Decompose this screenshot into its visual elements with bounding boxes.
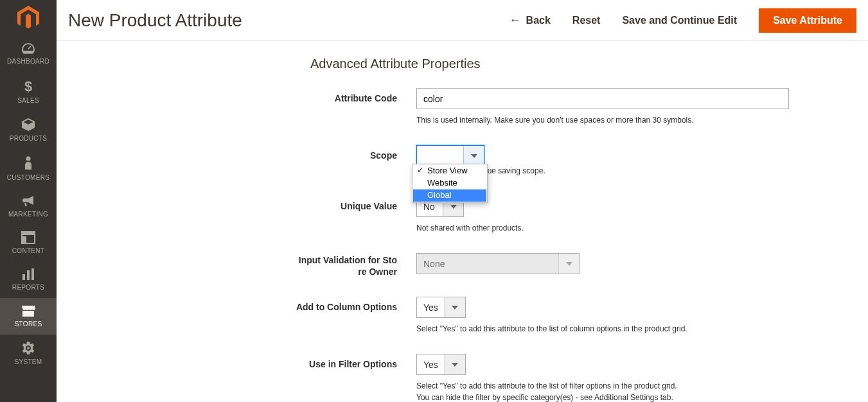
add-column-label: Add to Column Options	[82, 297, 416, 312]
scope-option-website[interactable]: Website	[413, 177, 486, 189]
unique-value-label: Unique Value	[82, 196, 416, 211]
sidebar-item-marketing[interactable]: MARKETING	[0, 188, 57, 225]
scope-option-store-view[interactable]: Store View	[413, 165, 486, 177]
attribute-code-input[interactable]	[416, 88, 789, 109]
main-content: New Product Attribute ← Back Reset Save …	[57, 0, 868, 402]
person-icon	[23, 155, 33, 171]
sidebar-item-stores[interactable]: STORES	[0, 298, 57, 335]
chevron-down-icon	[558, 254, 579, 274]
svg-point-1	[26, 157, 31, 161]
page-title: New Product Attribute	[68, 10, 509, 31]
svg-rect-3	[22, 232, 35, 235]
attribute-code-help: This is used internally. Make sure you d…	[416, 114, 789, 126]
save-continue-button[interactable]: Save and Continue Edit	[622, 15, 737, 26]
svg-rect-6	[27, 270, 30, 280]
scope-label: Scope	[82, 145, 416, 161]
page-header: New Product Attribute ← Back Reset Save …	[57, 0, 868, 41]
reset-button[interactable]: Reset	[572, 15, 601, 26]
megaphone-icon	[21, 195, 36, 207]
svg-rect-7	[31, 268, 34, 280]
use-filter-select[interactable]: Yes	[416, 354, 466, 375]
gear-icon	[21, 341, 35, 355]
section-title: Advanced Attribute Properties	[310, 57, 842, 71]
bars-icon	[21, 268, 35, 281]
attribute-code-label: Attribute Code	[82, 88, 416, 103]
svg-rect-5	[22, 274, 25, 280]
use-filter-help: Select "Yes" to add this attribute to th…	[416, 380, 789, 402]
scope-option-global[interactable]: Global	[413, 189, 486, 202]
add-column-help: Select "Yes" to add this attribute to th…	[416, 323, 789, 335]
input-validation-label: Input Validation for Store Owner	[82, 253, 416, 277]
use-filter-label: Use in Filter Options	[82, 354, 416, 369]
dollar-icon: $	[24, 78, 33, 94]
sidebar-item-sales[interactable]: $ SALES	[0, 72, 57, 111]
chevron-down-icon	[445, 354, 465, 374]
sidebar-item-system[interactable]: SYSTEM	[0, 335, 57, 372]
store-icon	[21, 304, 36, 317]
sidebar-item-products[interactable]: PRODUCTS	[0, 111, 57, 149]
scope-help: lue saving scope.	[486, 165, 789, 177]
sidebar-item-reports[interactable]: REPORTS	[0, 261, 57, 298]
back-button[interactable]: ← Back	[509, 13, 551, 27]
arrow-left-icon: ←	[509, 13, 521, 27]
scope-select[interactable]: Store View Website Global	[416, 145, 484, 166]
unique-value-help: Not shared with other products.	[416, 222, 789, 234]
svg-rect-4	[22, 236, 26, 243]
admin-sidebar: DASHBOARD $ SALES PRODUCTS CUSTOMERS MAR…	[0, 0, 57, 402]
sidebar-item-content[interactable]: CONTENT	[0, 225, 57, 261]
sidebar-item-dashboard[interactable]: DASHBOARD	[0, 35, 57, 72]
save-attribute-button[interactable]: Save Attribute	[759, 8, 856, 33]
input-validation-select[interactable]: None	[416, 253, 580, 274]
gauge-icon	[21, 42, 36, 55]
sidebar-item-customers[interactable]: CUSTOMERS	[0, 149, 57, 188]
add-column-select[interactable]: Yes	[416, 297, 466, 318]
scope-dropdown: Store View Website Global	[412, 164, 488, 203]
magento-logo[interactable]	[0, 0, 57, 35]
svg-text:$: $	[24, 78, 32, 94]
chevron-down-icon	[445, 297, 465, 317]
layout-icon	[21, 231, 35, 244]
cube-icon	[21, 118, 36, 132]
chevron-down-icon	[463, 146, 484, 166]
